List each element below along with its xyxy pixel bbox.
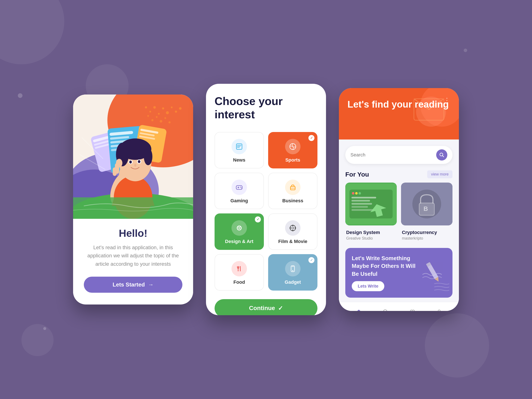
continue-button[interactable]: Continue ✓	[215, 299, 317, 315]
svg-point-87	[358, 192, 361, 195]
design-system-subtitle: Greative Studio	[346, 236, 396, 241]
gadget-icon-wrap	[285, 261, 300, 276]
svg-point-103	[438, 310, 440, 311]
svg-point-15	[160, 120, 162, 123]
svg-point-101	[383, 310, 387, 311]
svg-point-17	[168, 121, 171, 123]
design-check: ✓	[255, 216, 261, 222]
svg-point-85	[352, 192, 355, 195]
svg-rect-88	[352, 197, 376, 198]
svg-point-72	[292, 230, 293, 231]
lets-started-button[interactable]: Lets Started →	[84, 277, 182, 293]
svg-point-3	[145, 106, 147, 108]
search-bar	[345, 146, 452, 164]
svg-rect-51	[113, 167, 117, 176]
interest-design[interactable]: ✓ Design & Art	[215, 213, 264, 250]
svg-line-82	[442, 156, 444, 157]
svg-point-86	[355, 192, 358, 195]
svg-point-43	[125, 140, 150, 156]
food-icon-wrap	[232, 261, 247, 276]
svg-text:B: B	[424, 205, 428, 212]
crypto-thumbnail: B	[401, 183, 452, 225]
sports-icon-wrap	[285, 139, 300, 154]
more-options-button[interactable]: ⋮	[444, 97, 450, 104]
crypto-card[interactable]: B Cryptocurrency masterkripto	[401, 183, 452, 243]
phone-interests: Choose your interest News ✓ Sports	[206, 84, 326, 315]
interest-film[interactable]: Film & Movie	[268, 213, 317, 250]
interests-grid: News ✓ Sports Gaming	[215, 132, 317, 291]
svg-point-5	[153, 106, 156, 109]
reading-header: ⋮ Let's find your reading	[339, 88, 459, 139]
for-you-title: For You	[345, 171, 369, 178]
onboarding-illustration	[73, 95, 193, 219]
nav-favorites[interactable]	[407, 306, 418, 311]
crypto-title: Cryptocurrency	[402, 230, 452, 235]
search-button[interactable]	[436, 149, 447, 160]
view-more-button[interactable]: view more	[427, 170, 452, 178]
for-you-section-header: For You view more	[345, 170, 452, 178]
crypto-info: Cryptocurrency masterkripto	[401, 225, 452, 243]
svg-point-13	[151, 119, 153, 121]
svg-point-45	[129, 160, 132, 164]
business-label: Business	[282, 198, 303, 203]
svg-point-71	[292, 225, 293, 226]
design-system-card[interactable]: Design System Greative Studio	[345, 183, 397, 243]
svg-point-4	[149, 111, 151, 113]
interest-news[interactable]: News	[215, 132, 264, 168]
reading-body: For You view more	[339, 139, 459, 302]
svg-point-74	[295, 227, 296, 229]
phones-container: Hello! Let's read in this application, i…	[73, 84, 459, 315]
interest-sports[interactable]: ✓ Sports	[268, 132, 317, 168]
svg-point-63	[240, 187, 241, 188]
bottom-nav	[339, 302, 459, 311]
svg-rect-90	[352, 203, 372, 205]
phone-onboarding: Hello! Let's read in this application, i…	[73, 95, 193, 304]
svg-point-78	[292, 270, 293, 271]
interest-business[interactable]: Business	[268, 173, 317, 209]
gaming-icon-wrap	[232, 180, 247, 195]
reading-header-title: Let's find your reading	[348, 99, 450, 110]
search-input[interactable]	[350, 152, 434, 158]
svg-point-64	[241, 188, 242, 188]
write-card: Let's Write Something Maybe For Others I…	[345, 248, 452, 298]
gadget-label: Gadget	[285, 279, 301, 285]
svg-point-48	[134, 164, 136, 167]
phone-reading: ⋮ Let's find your reading For You view m…	[339, 88, 459, 311]
design-system-thumbnail	[345, 183, 397, 225]
svg-point-9	[171, 107, 172, 108]
svg-point-70	[292, 227, 294, 229]
hello-description: Let's read in this application, in this …	[84, 243, 182, 268]
svg-rect-92	[352, 209, 374, 211]
svg-point-73	[290, 227, 291, 229]
design-system-info: Design System Greative Studio	[345, 225, 397, 243]
nav-home[interactable]	[354, 306, 364, 311]
crypto-subtitle: masterkripto	[402, 236, 452, 241]
nav-search[interactable]	[380, 306, 391, 311]
interest-gadget[interactable]: ✓ Gadget	[268, 254, 317, 291]
design-label: Design & Art	[225, 239, 253, 244]
svg-point-68	[238, 227, 240, 229]
news-label: News	[233, 157, 245, 163]
film-label: Film & Movie	[278, 239, 307, 244]
choose-interest-title: Choose your interest	[215, 95, 317, 121]
interest-food[interactable]: Food	[215, 254, 264, 291]
sports-label: Sports	[285, 157, 300, 163]
gaming-label: Gaming	[230, 198, 248, 203]
interest-gaming[interactable]: Gaming	[215, 173, 264, 209]
svg-rect-54	[73, 197, 193, 219]
svg-point-12	[147, 115, 149, 117]
food-label: Food	[234, 279, 245, 285]
sports-check: ✓	[308, 135, 314, 141]
lets-write-button[interactable]: Lets Write	[352, 281, 384, 291]
svg-point-6	[158, 113, 160, 115]
write-card-content: Let's Write Something Maybe For Others I…	[352, 254, 416, 291]
nav-profile[interactable]	[434, 306, 444, 311]
design-system-title: Design System	[346, 230, 396, 235]
business-icon-wrap	[285, 180, 300, 195]
hello-title: Hello!	[84, 227, 182, 239]
design-icon-wrap	[232, 220, 247, 236]
svg-point-16	[165, 117, 166, 119]
svg-point-14	[156, 116, 158, 118]
write-card-title: Let's Write Something Maybe For Others I…	[352, 254, 416, 278]
svg-point-8	[166, 111, 169, 114]
